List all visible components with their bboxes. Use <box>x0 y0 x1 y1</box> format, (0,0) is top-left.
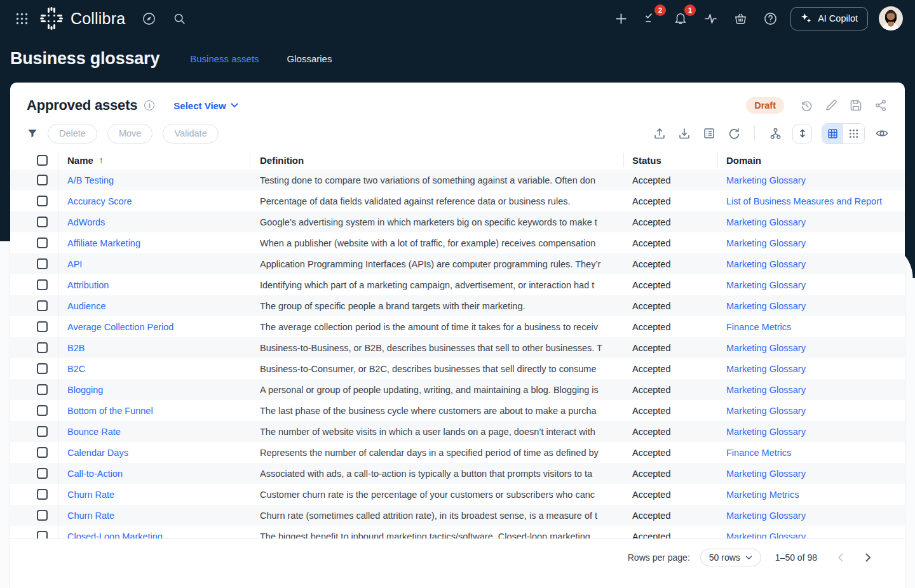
asset-domain-link[interactable]: Marketing Glossary <box>726 259 897 269</box>
tasks-icon[interactable]: 2 <box>641 9 660 28</box>
row-checkbox[interactable] <box>37 321 48 332</box>
asset-name-link[interactable]: Call-to-Action <box>67 469 250 479</box>
add-icon[interactable] <box>611 9 630 28</box>
asset-domain-link[interactable]: Finance Metrics <box>726 322 897 332</box>
asset-name-link[interactable]: Bounce Rate <box>67 427 250 437</box>
table-view-icon[interactable] <box>822 124 843 144</box>
search-icon[interactable] <box>170 9 189 28</box>
table-row[interactable]: Calendar Days Represents the number of c… <box>10 442 905 463</box>
tile-view-icon[interactable] <box>843 124 864 144</box>
asset-domain-link[interactable]: Marketing Glossary <box>726 427 897 437</box>
asset-domain-link[interactable]: Marketing Glossary <box>726 385 897 395</box>
row-checkbox[interactable] <box>37 468 48 479</box>
asset-name-link[interactable]: AdWords <box>67 217 250 227</box>
share-icon[interactable] <box>873 98 888 113</box>
column-header-domain[interactable]: Domain <box>717 150 905 170</box>
row-checkbox[interactable] <box>37 426 48 437</box>
row-checkbox[interactable] <box>37 237 48 248</box>
asset-name-link[interactable]: API <box>67 259 250 269</box>
asset-domain-link[interactable]: Marketing Metrics <box>726 490 897 500</box>
apps-grid-icon[interactable] <box>12 9 31 28</box>
refresh-icon[interactable] <box>726 126 742 141</box>
user-avatar[interactable] <box>879 6 903 30</box>
ai-copilot-button[interactable]: AI Copilot <box>790 7 868 30</box>
table-row[interactable]: Attribution Identifying which part of a … <box>10 274 905 295</box>
row-checkbox[interactable] <box>37 217 48 227</box>
basket-icon[interactable] <box>731 9 750 28</box>
delete-button[interactable]: Delete <box>48 124 97 144</box>
row-checkbox[interactable] <box>37 300 48 311</box>
table-row[interactable]: Bounce Rate The number of website visits… <box>10 421 905 442</box>
asset-name-link[interactable]: Affiliate Marketing <box>67 238 250 248</box>
table-row[interactable]: A/B Testing Testing done to compare two … <box>10 170 905 190</box>
asset-name-link[interactable]: Audience <box>67 301 250 311</box>
table-row[interactable]: B2B Business-to-Business, or B2B, descri… <box>10 337 905 358</box>
row-checkbox[interactable] <box>37 405 48 416</box>
row-checkbox[interactable] <box>37 531 48 539</box>
help-icon[interactable] <box>761 9 780 28</box>
asset-name-link[interactable]: Calendar Days <box>67 448 250 458</box>
asset-domain-link[interactable]: Marketing Glossary <box>726 175 897 185</box>
asset-domain-link[interactable]: Marketing Glossary <box>726 531 897 540</box>
asset-name-link[interactable]: Closed-Loop Marketing <box>67 531 250 540</box>
asset-domain-link[interactable]: Marketing Glossary <box>726 280 897 290</box>
visibility-eye-icon[interactable] <box>874 126 890 141</box>
table-row[interactable]: Audience The group of specific people a … <box>10 295 905 316</box>
asset-domain-link[interactable]: Marketing Glossary <box>726 469 897 479</box>
next-page-button[interactable] <box>859 549 877 566</box>
table-row[interactable]: Closed-Loop Marketing The biggest benefi… <box>10 526 905 539</box>
table-row[interactable]: Call-to-Action Associated with ads, a ca… <box>10 463 905 484</box>
row-checkbox[interactable] <box>37 175 48 185</box>
asset-name-link[interactable]: Blogging <box>67 385 250 395</box>
asset-name-link[interactable]: A/B Testing <box>67 175 250 185</box>
table-row[interactable]: Blogging A personal or group of people u… <box>10 379 905 400</box>
asset-name-link[interactable]: Churn Rate <box>67 490 250 500</box>
select-view-dropdown[interactable]: Select View <box>173 100 238 111</box>
asset-domain-link[interactable]: Marketing Glossary <box>726 301 897 311</box>
table-row[interactable]: Average Collection Period The average co… <box>10 316 905 337</box>
asset-domain-link[interactable]: Marketing Glossary <box>726 406 897 416</box>
table-row[interactable]: Churn Rate Customer churn rate is the pe… <box>10 484 905 505</box>
table-row[interactable]: Churn Rate Churn rate (sometimes called … <box>10 505 905 526</box>
upload-icon[interactable] <box>652 126 667 141</box>
row-height-icon[interactable] <box>792 124 812 144</box>
asset-name-link[interactable]: Accuracy Score <box>67 196 250 206</box>
asset-name-link[interactable]: Bottom of the Funnel <box>67 406 250 416</box>
table-row[interactable]: AdWords Google’s advertising system in w… <box>10 211 905 232</box>
report-icon[interactable] <box>702 126 717 141</box>
table-row[interactable]: Bottom of the Funnel The last phase of t… <box>10 400 905 421</box>
compass-icon[interactable] <box>139 9 158 28</box>
asset-domain-link[interactable]: Marketing Glossary <box>726 238 897 248</box>
row-checkbox[interactable] <box>37 258 48 269</box>
history-icon[interactable] <box>799 98 814 113</box>
download-icon[interactable] <box>677 126 692 141</box>
notifications-bell-icon[interactable]: 1 <box>671 9 690 28</box>
select-all-checkbox[interactable] <box>37 155 48 166</box>
asset-name-link[interactable]: Attribution <box>67 280 250 290</box>
row-checkbox[interactable] <box>37 342 48 353</box>
asset-name-link[interactable]: Churn Rate <box>67 511 250 521</box>
activity-pulse-icon[interactable] <box>701 9 720 28</box>
move-button[interactable]: Move <box>107 124 152 144</box>
asset-domain-link[interactable]: List of Business Measures and Report <box>726 196 897 206</box>
column-header-name[interactable]: Name ↑ <box>58 150 250 170</box>
table-row[interactable]: Accuracy Score Percentage of data fields… <box>10 190 905 211</box>
previous-page-button[interactable] <box>831 549 849 566</box>
row-checkbox[interactable] <box>37 363 48 374</box>
asset-name-link[interactable]: B2C <box>67 364 250 374</box>
table-row[interactable]: Affiliate Marketing When a publisher (we… <box>10 232 905 253</box>
asset-domain-link[interactable]: Marketing Glossary <box>726 343 897 353</box>
hierarchy-icon[interactable] <box>768 126 783 141</box>
filter-icon[interactable] <box>27 128 38 139</box>
save-icon[interactable] <box>848 98 864 113</box>
edit-pencil-icon[interactable] <box>824 98 839 113</box>
tab-glossaries[interactable]: Glossaries <box>287 53 332 64</box>
asset-name-link[interactable]: Average Collection Period <box>67 322 250 332</box>
row-checkbox[interactable] <box>37 489 48 500</box>
row-checkbox[interactable] <box>37 279 48 290</box>
validate-button[interactable]: Validate <box>163 124 218 144</box>
asset-domain-link[interactable]: Marketing Glossary <box>726 217 897 227</box>
sort-ascending-icon[interactable]: ↑ <box>99 155 104 165</box>
tab-business-assets[interactable]: Business assets <box>190 53 259 64</box>
asset-domain-link[interactable]: Finance Metrics <box>726 448 897 458</box>
